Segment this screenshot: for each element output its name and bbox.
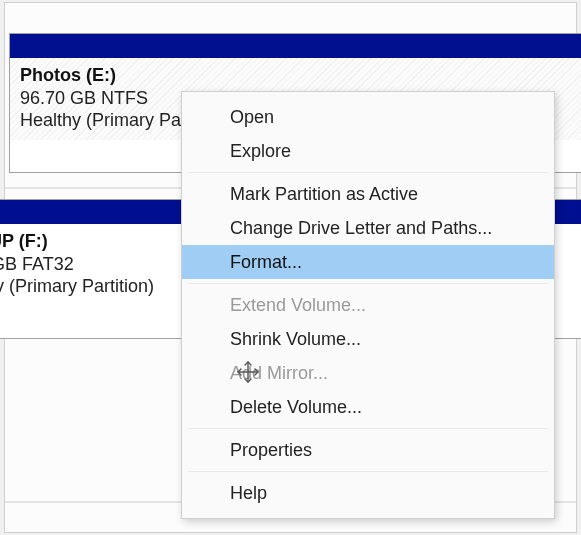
menu-item-format[interactable]: Format... — [182, 245, 554, 279]
menu-item-shrink-volume[interactable]: Shrink Volume... — [182, 322, 554, 356]
menu-item-mark-active[interactable]: Mark Partition as Active — [182, 177, 554, 211]
menu-separator — [188, 283, 548, 284]
menu-item-explore[interactable]: Explore — [182, 134, 554, 168]
menu-separator — [188, 471, 548, 472]
menu-item-extend-volume: Extend Volume... — [182, 288, 554, 322]
disk-management-pane: Photos (E:) 96.70 GB NTFS Healthy (Prima… — [4, 2, 577, 533]
context-menu: Open Explore Mark Partition as Active Ch… — [181, 91, 555, 519]
menu-item-delete-volume[interactable]: Delete Volume... — [182, 390, 554, 424]
menu-item-change-drive-paths[interactable]: Change Drive Letter and Paths... — [182, 211, 554, 245]
menu-item-properties[interactable]: Properties — [182, 433, 554, 467]
partition-title: Photos (E:) — [20, 64, 581, 87]
menu-separator — [188, 172, 548, 173]
menu-separator — [188, 428, 548, 429]
partition-header-bar — [10, 34, 581, 58]
menu-item-add-mirror: Add Mirror... — [182, 356, 554, 390]
menu-item-help[interactable]: Help — [182, 476, 554, 510]
menu-item-open[interactable]: Open — [182, 100, 554, 134]
